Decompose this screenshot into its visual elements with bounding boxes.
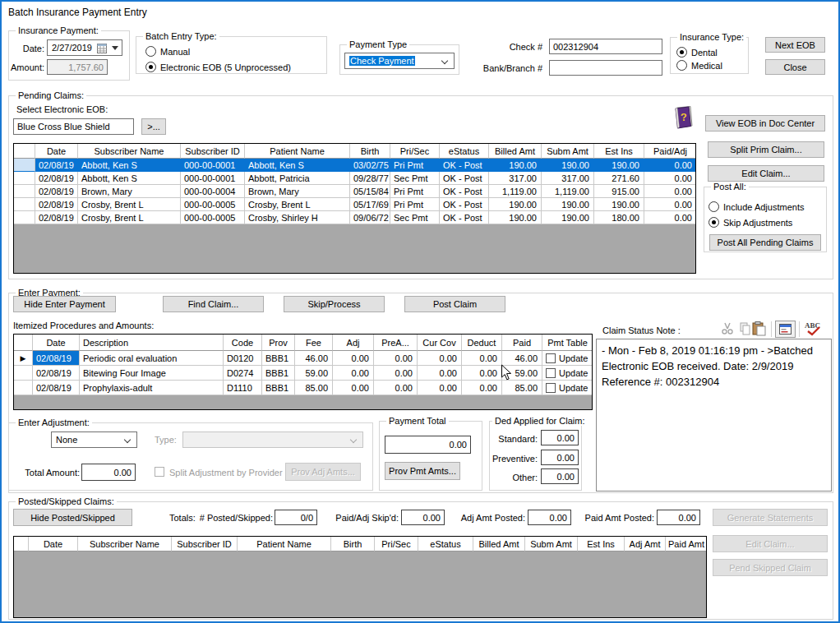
table-row[interactable]: 02/08/19Crosby, Brent L000-00-0005Crosby…	[14, 211, 695, 224]
next-eob-button[interactable]: Next EOB	[765, 37, 825, 53]
cut-icon[interactable]	[721, 322, 734, 335]
hide-enter-payment-button[interactable]: Hide Enter Payment	[13, 296, 116, 312]
copy-icon[interactable]	[739, 322, 752, 335]
chevron-down-icon[interactable]	[124, 436, 131, 443]
split-prim-claim-button[interactable]: Split Prim Claim...	[708, 141, 824, 158]
update-label: Update	[559, 368, 588, 378]
prov-adj-amts-button: Prov Adj Amts...	[285, 463, 361, 481]
claim-status-note-text[interactable]: - Mon - Feb 8, 2019 01:16:19 pm - >Batch…	[596, 339, 832, 491]
radio-manual[interactable]: Manual	[145, 46, 190, 57]
insurance-type-label: Insurance Type:	[677, 32, 746, 42]
table-row[interactable]: 02/08/19Abbott, Ken S000-00-0001Abbott, …	[14, 159, 695, 172]
radio-dental[interactable]: Dental	[676, 47, 718, 58]
adjustment-value: None	[56, 435, 77, 445]
date-picker[interactable]: 2/27/2019	[47, 39, 122, 56]
radio-skip-adjustments[interactable]: Skip Adjustments	[708, 217, 792, 228]
calendar-icon[interactable]	[97, 44, 107, 53]
cell: OK - Post	[440, 185, 489, 198]
hide-posted-skipped-button[interactable]: Hide Posted/Skipped	[13, 509, 132, 526]
payment-total-field[interactable]: 0.00	[385, 436, 471, 454]
update-checkbox[interactable]	[546, 368, 556, 378]
radio-include-adjustments[interactable]: Include Adjustments	[708, 201, 804, 212]
bank-branch-field[interactable]	[549, 60, 662, 76]
column-header: Date	[35, 144, 78, 159]
skip-process-button[interactable]: Skip/Process	[284, 296, 385, 312]
payment-type-select[interactable]: Check Payment	[344, 53, 455, 69]
cell: D0120	[224, 351, 262, 366]
paste-icon[interactable]	[752, 321, 766, 336]
column-header: Patient Name	[245, 144, 350, 159]
other-field[interactable]: 0.00	[541, 468, 579, 484]
date-dropdown-arrow-icon[interactable]	[112, 46, 118, 50]
cell: Crosby, Brent L	[78, 198, 181, 211]
cell: 190.00	[594, 159, 644, 172]
table-row[interactable]: 02/08/19Brown, Mary000-00-0004Brown, Mar…	[14, 185, 695, 198]
column-header: PreA...	[374, 335, 418, 351]
update-checkbox[interactable]	[546, 353, 556, 363]
cell: Abbott, Patricia	[245, 172, 350, 185]
cell: 02/08/19	[33, 366, 80, 381]
cell: 0.00	[374, 381, 418, 395]
cell: 59.00	[295, 366, 333, 381]
posted-skipped-table[interactable]: DateSubscriber NameSubscriber IDPatient …	[13, 536, 707, 618]
eob-field[interactable]: Blue Cross Blue Shield	[13, 118, 134, 135]
cell: 02/08/19	[35, 198, 78, 211]
table-row[interactable]: 02/08/19Crosby, Brent L000-00-0005Crosby…	[14, 198, 695, 211]
cell: 05/17/69	[350, 198, 390, 211]
cell: 0.00	[418, 366, 462, 381]
cell: 0.00	[644, 198, 696, 211]
post-claim-button[interactable]: Post Claim	[404, 296, 505, 312]
pending-claims-table[interactable]: DateSubscriber NameSubscriber IDPatient …	[13, 143, 696, 274]
eob-browse-button[interactable]: >...	[141, 118, 166, 135]
cell: Update	[542, 351, 593, 366]
cell: 0.00	[333, 381, 374, 395]
preventive-field[interactable]: 0.00	[541, 450, 579, 465]
cell: 0.00	[418, 351, 462, 366]
prov-pmt-amts-button[interactable]: Prov Pmt Amts...	[385, 462, 460, 480]
find-claim-button[interactable]: Find Claim...	[163, 296, 264, 312]
cell: 85.00	[502, 381, 542, 395]
cell: 190.00	[542, 211, 594, 224]
insert-dateline-button[interactable]	[775, 321, 796, 338]
preventive-label: Preventive:	[487, 454, 538, 464]
total-amount-field[interactable]: 0.00	[81, 464, 136, 481]
view-eob-doc-center-button[interactable]: View EOB in Doc Center	[705, 115, 825, 132]
radio-circle[interactable]	[145, 46, 156, 57]
column-header: Pri/Sec	[375, 537, 418, 551]
post-all-pending-claims-button[interactable]: Post All Pending Claims	[709, 234, 821, 251]
cell: 02/08/19	[33, 381, 80, 395]
radio-circle[interactable]	[676, 47, 687, 58]
spell-check-icon[interactable]: ABC	[805, 321, 823, 336]
radio-medical[interactable]: Medical	[676, 60, 722, 71]
cell: 190.00	[542, 198, 594, 211]
update-checkbox[interactable]	[546, 383, 556, 393]
edit-claim-button[interactable]: Edit Claim...	[708, 165, 824, 182]
close-button[interactable]: Close	[765, 59, 825, 75]
check-number-field[interactable]: 002312904	[549, 39, 662, 54]
column-header: Subm Amt	[542, 144, 594, 159]
cell: 46.00	[295, 351, 333, 366]
radio-circle[interactable]	[145, 62, 156, 72]
grid-header-row: DateSubscriber NameSubscriber IDPatient …	[14, 144, 695, 159]
standard-field[interactable]: 0.00	[541, 430, 579, 445]
column-header: Est Ins	[594, 144, 644, 159]
payment-type-label: Payment Type	[347, 39, 409, 49]
toolbar-separator	[771, 321, 772, 337]
table-row[interactable]: 02/08/19Prophylaxis-adultD1110BBB185.000…	[14, 381, 592, 395]
column-header: Paid	[502, 335, 542, 351]
radio-electronic-eob[interactable]: Electronic EOB (5 Unprocessed)	[145, 62, 291, 72]
column-header: Patient Name	[238, 537, 331, 551]
radio-circle[interactable]	[676, 60, 687, 71]
note-line: Reference #: 002312904	[602, 374, 813, 390]
radio-circle[interactable]	[708, 201, 719, 212]
chevron-down-icon[interactable]	[441, 58, 448, 64]
check-number-label: Check #	[462, 42, 542, 52]
column-header: Paid/Adj	[644, 144, 696, 159]
adjustment-select[interactable]: None	[51, 431, 137, 448]
radio-circle[interactable]	[708, 217, 719, 228]
eob-book-icon[interactable]: ?	[672, 105, 695, 130]
cell: 0.00	[374, 351, 418, 366]
cell: 180.00	[594, 211, 644, 224]
cell: Pri Pmt	[390, 159, 440, 172]
table-row[interactable]: 02/08/19Abbott, Ken S000-00-0001Abbott, …	[14, 172, 695, 185]
